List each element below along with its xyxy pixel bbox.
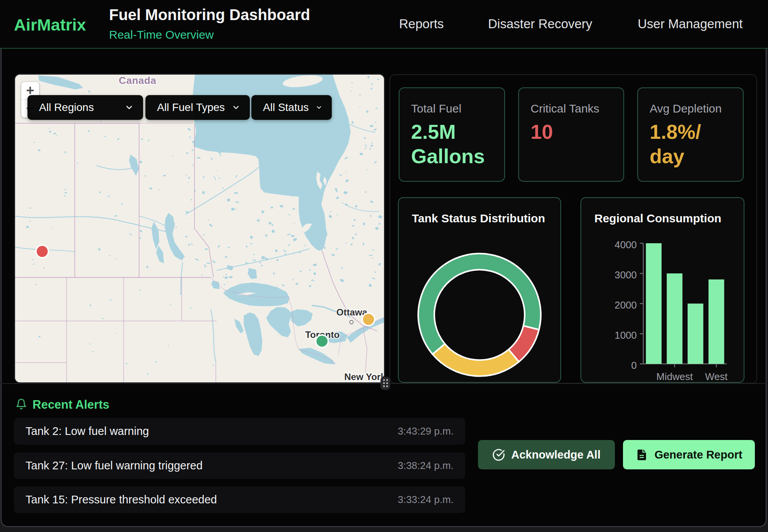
map-small-lake xyxy=(211,158,212,160)
chevron-down-icon xyxy=(232,103,241,112)
alert-message: Tank 15: Pressure threshold exceeded xyxy=(26,493,217,506)
grip-dot xyxy=(386,385,388,387)
chevron-down-path xyxy=(234,106,238,109)
dashboard: AirMatrix Fuel Monitoring Dashboard Real… xyxy=(0,0,768,532)
alerts-title: Recent Alerts xyxy=(32,398,109,412)
map-tank-marker[interactable] xyxy=(362,313,375,326)
chevron-down-icon xyxy=(125,103,134,112)
chevron-down-icon xyxy=(316,103,323,112)
map-small-lake xyxy=(168,345,169,346)
fuel-filter-value: All Fuel Types xyxy=(157,101,225,114)
alert-timestamp: 3:38:24 p.m. xyxy=(398,460,454,472)
tank-status-donut-chart[interactable] xyxy=(399,198,560,382)
nav-reports[interactable]: Reports xyxy=(399,0,444,48)
alert-row[interactable]: Tank 2: Low fuel warning 3:43:29 p.m. xyxy=(14,418,465,445)
map-canvas: CanadaOttawaTorontoNew York xyxy=(15,75,384,382)
bar-chart-card: Regional Consumption 01000200030004000Mi… xyxy=(580,197,744,383)
grip-dot xyxy=(383,382,385,384)
header: AirMatrix Fuel Monitoring Dashboard Real… xyxy=(0,0,768,49)
map-label-canada: Canada xyxy=(119,75,156,86)
stat-card-total-fuel: Total Fuel 2.5M Gallons xyxy=(399,87,505,182)
bar-y-tick-label: 2000 xyxy=(614,300,637,310)
region-filter-select[interactable]: All Regions xyxy=(27,95,143,120)
acknowledge-all-label: Acknowledge All xyxy=(511,448,601,461)
bar-region-3 xyxy=(708,280,724,364)
status-filter-value: All Status xyxy=(263,101,309,114)
bar-x-tick-label: West xyxy=(705,371,727,382)
bar-y-tick-label: 4000 xyxy=(614,239,637,250)
bar-y-tick-label: 3000 xyxy=(614,269,637,280)
alert-timestamp: 3:33:24 p.m. xyxy=(398,494,454,506)
stat-value: 10 xyxy=(531,120,614,144)
bar-region-0 xyxy=(646,243,662,364)
check-mark-path xyxy=(497,450,504,456)
stat-value: 1.8%/day xyxy=(650,120,708,169)
nav-user-management[interactable]: User Management xyxy=(638,0,742,48)
map-town-dot xyxy=(350,321,353,324)
stat-label: Avg Depletion xyxy=(650,102,731,115)
donut-chart-card: Tank Status Distribution xyxy=(398,197,561,383)
stat-label: Total Fuel xyxy=(411,102,493,115)
stat-value: 2.5M Gallons xyxy=(411,120,495,169)
stat-label: Critical Tanks xyxy=(531,102,612,115)
map-small-lake xyxy=(102,318,104,319)
region-filter-value: All Regions xyxy=(39,101,94,114)
bar-y-tick-label: 1000 xyxy=(614,330,637,341)
bar-y-tick-label: 0 xyxy=(631,360,637,371)
stat-card-avg-depletion: Avg Depletion 1.8%/day xyxy=(637,87,744,182)
check-circle-icon xyxy=(492,448,505,461)
page-title: Fuel Monitoring Dashboard xyxy=(109,6,310,24)
chevron-down-path xyxy=(317,107,321,108)
alert-timestamp: 3:43:29 p.m. xyxy=(398,425,454,437)
grip-dot xyxy=(383,385,385,387)
acknowledge-all-button[interactable]: Acknowledge All xyxy=(478,440,615,469)
grip-dot xyxy=(386,382,388,384)
title-block: Fuel Monitoring Dashboard Real-Time Over… xyxy=(109,6,310,41)
alert-message: Tank 2: Low fuel warning xyxy=(26,425,149,438)
bar-region-2 xyxy=(688,304,703,364)
generate-report-label: Generate Report xyxy=(654,448,742,461)
nav-disaster-recovery[interactable]: Disaster Recovery xyxy=(488,0,592,48)
map[interactable]: CanadaOttawaTorontoNew York xyxy=(14,73,385,384)
donut-segment-amber xyxy=(433,344,519,376)
grip-dot xyxy=(383,379,385,381)
bell-icon xyxy=(15,397,27,411)
bell-body-path xyxy=(17,399,26,407)
map-small-lake xyxy=(324,247,326,249)
map-tank-marker[interactable] xyxy=(36,245,48,257)
generate-report-button[interactable]: Generate Report xyxy=(623,440,755,469)
alert-row[interactable]: Tank 15: Pressure threshold exceeded 3:3… xyxy=(14,486,465,513)
regional-consumption-bar-chart[interactable]: 01000200030004000MidwestWest xyxy=(581,198,744,382)
alert-row[interactable]: Tank 27: Low fuel warning triggered 3:38… xyxy=(14,452,465,479)
chevron-down-path xyxy=(127,106,131,109)
file-body-path xyxy=(638,449,646,460)
map-tank-marker[interactable] xyxy=(316,335,328,347)
map-resize-handle[interactable] xyxy=(381,377,390,390)
map-label-newyork: New York xyxy=(344,372,384,382)
brand-logo: AirMatrix xyxy=(14,15,86,34)
bar-x-tick-label: Midwest xyxy=(656,371,693,382)
page-subtitle: Real-Time Overview xyxy=(109,28,310,41)
bar-region-1 xyxy=(667,273,683,364)
check-circle-path xyxy=(493,449,504,460)
grip-dot xyxy=(386,379,388,381)
status-filter-select[interactable]: All Status xyxy=(251,95,332,120)
stat-card-critical-tanks: Critical Tanks 10 xyxy=(518,87,624,182)
fuel-type-filter-select[interactable]: All Fuel Types xyxy=(145,95,250,120)
file-text-icon xyxy=(635,448,648,461)
alert-message: Tank 27: Low fuel warning triggered xyxy=(26,459,203,472)
bell-clapper-path xyxy=(20,408,22,409)
